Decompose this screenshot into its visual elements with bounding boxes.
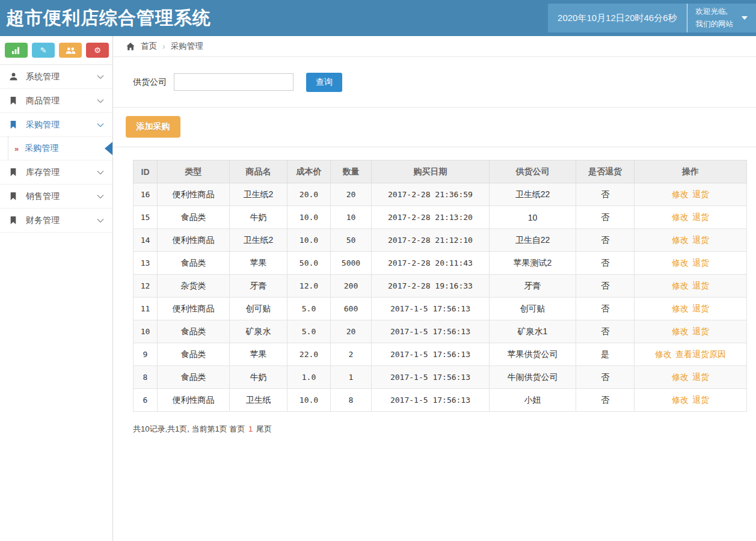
breadcrumb-home-link[interactable]: 首页 bbox=[141, 41, 157, 52]
op-link[interactable]: 修改 bbox=[672, 304, 689, 313]
pagination-summary: 共10记录,共1页, 当前第1页 bbox=[133, 424, 227, 433]
supplier-input[interactable] bbox=[174, 73, 293, 91]
cell-type: 食品类 bbox=[158, 366, 230, 389]
sidebar-item-goods[interactable]: 商品管理 bbox=[0, 89, 112, 113]
cell-id: 6 bbox=[134, 389, 158, 412]
chevron-down-icon[interactable] bbox=[742, 16, 748, 20]
pagination-first-link[interactable]: 首页 bbox=[229, 424, 245, 433]
op-link[interactable]: 退货 bbox=[692, 304, 709, 313]
purchase-table-body: 16便利性商品卫生纸220.0202017-2-28 21:36:59卫生纸22… bbox=[134, 183, 747, 412]
col-header-returned: 是否退货 bbox=[576, 160, 635, 183]
sidebar-item-label: 库存管理 bbox=[26, 167, 60, 178]
op-link[interactable]: 退货 bbox=[692, 212, 709, 222]
sidebar-item-sales[interactable]: 销售管理 bbox=[0, 185, 112, 209]
bookmark-icon bbox=[8, 216, 18, 225]
chevron-down-icon bbox=[97, 218, 104, 223]
op-link[interactable]: 退货 bbox=[692, 258, 709, 267]
cell-date: 2017-2-28 21:13:20 bbox=[372, 206, 490, 229]
cell-qty: 50 bbox=[331, 229, 372, 252]
bookmark-icon bbox=[8, 120, 18, 129]
op-link[interactable]: 退货 bbox=[692, 395, 709, 405]
cell-date: 2017-1-5 17:56:13 bbox=[372, 389, 490, 412]
sidebar: ✎ ⚙ 系统管理 商品管理 bbox=[0, 36, 113, 541]
cell-qty: 10 bbox=[331, 206, 372, 229]
op-link[interactable]: 退货 bbox=[692, 235, 709, 245]
pencil-icon[interactable]: ✎ bbox=[32, 43, 55, 58]
sidebar-subitem-purchase[interactable]: » 采购管理 bbox=[0, 137, 112, 160]
sidebar-item-label: 销售管理 bbox=[26, 191, 60, 202]
cell-cost: 12.0 bbox=[287, 275, 331, 298]
cell-id: 14 bbox=[134, 229, 158, 252]
cell-supplier: 创可贴 bbox=[490, 298, 576, 320]
add-purchase-button[interactable]: 添加采购 bbox=[126, 116, 180, 138]
op-link[interactable]: 修改 bbox=[672, 395, 689, 405]
sidebar-item-purchase[interactable]: 采购管理 bbox=[0, 113, 112, 137]
cell-ops: 修改退货 bbox=[635, 298, 747, 320]
op-link[interactable]: 修改 bbox=[672, 235, 689, 245]
double-arrow-icon: » bbox=[14, 144, 19, 153]
table-row: 16便利性商品卫生纸220.0202017-2-28 21:36:59卫生纸22… bbox=[134, 183, 747, 206]
cell-ops: 修改查看退货原因 bbox=[635, 343, 747, 366]
cell-ops: 修改退货 bbox=[635, 320, 747, 343]
active-item-arrow-icon bbox=[105, 142, 112, 155]
sidebar-item-system[interactable]: 系统管理 bbox=[0, 65, 112, 89]
cell-returned: 否 bbox=[576, 206, 635, 229]
pagination: 共10记录,共1页, 当前第1页 首页 1 尾页 bbox=[133, 424, 756, 435]
table-row: 8食品类牛奶1.012017-1-5 17:56:13牛闹供货公司否修改退货 bbox=[134, 366, 747, 389]
users-icon[interactable] bbox=[59, 43, 82, 58]
col-header-ops: 操作 bbox=[635, 160, 747, 183]
cell-qty: 2 bbox=[331, 343, 372, 366]
cell-id: 11 bbox=[134, 298, 158, 320]
purchase-table: ID 类型 商品名 成本价 数量 购买日期 供货公司 是否退货 操作 16便利性… bbox=[133, 160, 747, 412]
header-right-panel: 2020年10月12日20时46分6秒 欢迎光临, 我们的网站 bbox=[548, 4, 756, 32]
query-button[interactable]: 查询 bbox=[306, 73, 342, 92]
op-link[interactable]: 修改 bbox=[672, 258, 689, 267]
op-link[interactable]: 修改 bbox=[655, 349, 672, 359]
op-link[interactable]: 退货 bbox=[692, 281, 709, 290]
op-link[interactable]: 修改 bbox=[672, 326, 689, 336]
purchase-table-wrap: ID 类型 商品名 成本价 数量 购买日期 供货公司 是否退货 操作 16便利性… bbox=[133, 160, 747, 412]
cell-id: 8 bbox=[134, 366, 158, 389]
cell-type: 便利性商品 bbox=[158, 229, 230, 252]
cell-returned: 否 bbox=[576, 229, 635, 252]
op-link[interactable]: 退货 bbox=[692, 189, 709, 199]
table-row: 10食品类矿泉水5.0202017-1-5 17:56:13矿泉水1否修改退货 bbox=[134, 320, 747, 343]
search-panel: 供货公司 查询 bbox=[113, 57, 756, 108]
cell-returned: 否 bbox=[576, 252, 635, 275]
op-link[interactable]: 修改 bbox=[672, 372, 689, 382]
cell-cost: 5.0 bbox=[287, 298, 331, 320]
breadcrumb: 首页 › 采购管理 bbox=[113, 36, 756, 57]
sidebar-item-inventory[interactable]: 库存管理 bbox=[0, 160, 112, 185]
bookmark-icon bbox=[8, 96, 18, 105]
cell-type: 便利性商品 bbox=[158, 183, 230, 206]
cell-name: 卫生纸2 bbox=[230, 183, 287, 206]
welcome-dropdown[interactable]: 欢迎光临, 我们的网站 bbox=[687, 5, 740, 30]
op-link[interactable]: 退货 bbox=[692, 326, 709, 336]
bar-chart-icon[interactable] bbox=[5, 43, 28, 58]
bookmark-icon bbox=[8, 192, 18, 201]
col-header-id: ID bbox=[134, 160, 158, 183]
cell-id: 16 bbox=[134, 183, 158, 206]
pagination-current-page[interactable]: 1 bbox=[248, 424, 253, 433]
cell-ops: 修改退货 bbox=[635, 389, 747, 412]
gears-icon[interactable]: ⚙ bbox=[86, 43, 109, 58]
cell-id: 13 bbox=[134, 252, 158, 275]
cell-type: 食品类 bbox=[158, 252, 230, 275]
col-header-date: 购买日期 bbox=[372, 160, 490, 183]
cell-cost: 1.0 bbox=[287, 366, 331, 389]
quick-icon-bar: ✎ ⚙ bbox=[0, 36, 112, 65]
sidebar-item-finance[interactable]: 财务管理 bbox=[0, 209, 112, 233]
sidebar-item-label: 商品管理 bbox=[26, 96, 60, 106]
cell-id: 15 bbox=[134, 206, 158, 229]
app-header: 超市便利店综合管理系统 2020年10月12日20时46分6秒 欢迎光临, 我们… bbox=[0, 0, 756, 36]
op-link[interactable]: 修改 bbox=[672, 281, 689, 290]
op-link[interactable]: 查看退货原因 bbox=[675, 349, 726, 359]
op-link[interactable]: 修改 bbox=[672, 189, 689, 199]
breadcrumb-current: 采购管理 bbox=[171, 41, 203, 52]
op-link[interactable]: 退货 bbox=[692, 372, 709, 382]
cell-name: 创可贴 bbox=[230, 298, 287, 320]
cell-type: 食品类 bbox=[158, 206, 230, 229]
op-link[interactable]: 修改 bbox=[672, 212, 689, 222]
pagination-last-link[interactable]: 尾页 bbox=[256, 424, 272, 433]
cell-ops: 修改退货 bbox=[635, 252, 747, 275]
